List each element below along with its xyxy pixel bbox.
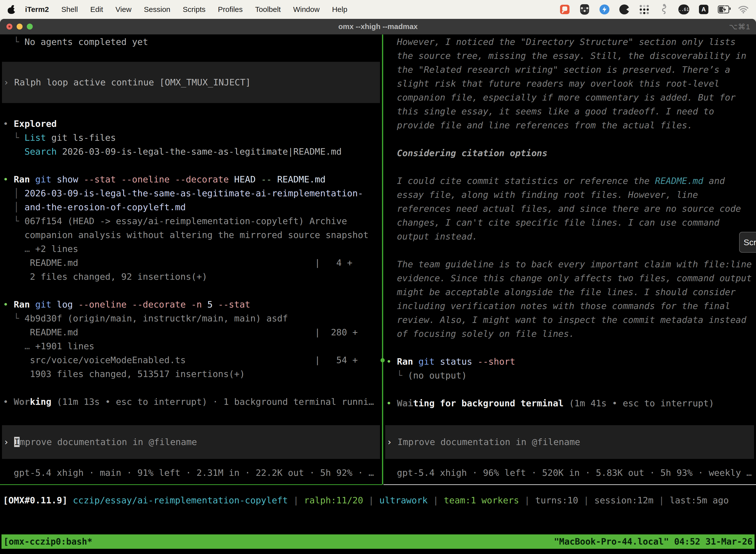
privacy-shield-icon-part (586, 7, 588, 9)
menu-status-icons: ..61A (559, 4, 756, 15)
terminal-line: › Ralph loop active continue [OMX_TMUX_I… (3, 75, 251, 89)
terminal-line: provide file and line references from th… (386, 118, 756, 132)
text-segment: | (519, 495, 535, 505)
menu-item-session[interactable]: Session (138, 5, 177, 13)
omx-status-line: [OMX#0.11.9] cczip/essay/ai-reimplementa… (3, 493, 729, 507)
app-grid-icon-part (640, 8, 642, 11)
terminal-line: output instead. (386, 230, 756, 243)
hook-glyph-icon[interactable] (658, 4, 670, 15)
screenshot-app-icon-part (562, 6, 567, 11)
menu-item-scripts[interactable]: Scripts (177, 5, 212, 13)
apple-logo-icon[interactable] (7, 5, 15, 14)
text-segment: │ (3, 202, 24, 212)
text-segment: src/voice/voiceModeEnabled.ts (30, 355, 186, 365)
terminal-line: including verification notes with those … (386, 299, 756, 313)
text-segment (3, 230, 24, 240)
terminal-line: • Waiting for background terminal (1m 41… (386, 396, 756, 410)
terminal-line: • Ran git show --stat --oneline --decora… (3, 172, 382, 186)
hook-glyph-icon-part (663, 5, 666, 14)
tmux-status-bar: [omx-cczip0:bash* "MacBook-Pro-44.local"… (1, 535, 755, 549)
text-segment: | (653, 495, 670, 505)
battery-charging-icon[interactable] (718, 4, 729, 15)
privacy-shield-icon[interactable] (579, 4, 590, 15)
terminal-line: └ No agents completed yet (3, 35, 382, 49)
text-segment: including verification notes with those … (386, 301, 730, 311)
minimize-button[interactable] (17, 23, 22, 30)
left-prompt-input[interactable]: › Improve documentation in @filename (2, 425, 380, 459)
text-segment: └ (3, 37, 24, 47)
menu-item-toolbelt[interactable]: Toolbelt (249, 5, 287, 13)
text-segment: --stat (212, 299, 250, 310)
text-segment (78, 258, 315, 268)
blank-line (3, 159, 382, 172)
pane-bottom-border (0, 484, 756, 485)
terminal-line: 2 files changed, 92 insertions(+) (3, 270, 382, 284)
menu-item-edit[interactable]: Edit (84, 5, 109, 13)
modified-indicator-dot (8, 25, 10, 27)
blank-line (386, 341, 756, 355)
media-circle-icon-part (619, 4, 629, 14)
tmux-session-label[interactable]: [omx-cczip0:bash* (3, 537, 92, 547)
app-grid-icon[interactable] (638, 4, 650, 15)
text-segment: └ (3, 216, 24, 226)
blank-line (3, 284, 382, 297)
pane-left: └ No agents completed yet› Ralph loop ac… (0, 35, 382, 484)
battery-charging-icon-part (718, 5, 729, 13)
text-segment: HEAD (229, 174, 255, 184)
text-segment: • (3, 397, 14, 407)
text-segment: › (387, 437, 397, 447)
pane-right: However, I noticed the "Directory Struct… (383, 35, 756, 484)
input-source-icon[interactable]: A (698, 4, 709, 15)
zoom-button[interactable] (27, 23, 33, 30)
pane-status-line: gpt-5.4 xhigh · main · 91% left · 2.31M … (3, 466, 382, 480)
text-segment: +1901 lines (30, 341, 94, 351)
text-segment: … (24, 244, 30, 254)
terminal-line: references need actual files, and since … (386, 202, 756, 216)
text-segment (3, 467, 14, 478)
menu-item-shell[interactable]: Shell (55, 5, 84, 13)
blue-bolt-badge-icon-part (600, 4, 610, 14)
privacy-shield-icon-part (584, 7, 586, 9)
text-segment (3, 341, 24, 351)
terminal-line: companion file, especially if more comme… (386, 91, 756, 105)
terminal-line: the source tree, missing the essay. Stil… (386, 49, 756, 63)
menu-item-help[interactable]: Help (326, 5, 354, 13)
media-circle-icon[interactable] (619, 4, 630, 15)
iterm-window: omx --xhigh --madmax ⌥⌘1 └ No agents com… (0, 19, 756, 554)
text-segment: Ralph loop active continue [OMX_TMUX_INJ… (14, 77, 251, 88)
wifi-icon-part (740, 9, 746, 10)
text-segment (386, 467, 397, 478)
text-segment: git (413, 356, 435, 367)
window-title: omx --xhigh --madmax (338, 22, 418, 31)
text-segment: Improve documentation in @filename (397, 437, 580, 447)
wifi-icon[interactable] (738, 4, 749, 15)
right-prompt-input[interactable]: › Improve documentation in @filename (385, 425, 754, 459)
text-segment: … (24, 341, 30, 351)
menu-item-window[interactable]: Window (287, 5, 326, 13)
text-segment: Ran (14, 174, 30, 184)
terminal-line: changes, I can't cite specific file line… (386, 216, 756, 230)
menu-item-iterm2[interactable]: iTerm2 (19, 5, 55, 13)
text-segment: gpt-5.4 xhigh · main · 91% left · 2.31M … (14, 467, 374, 478)
screen-share-chip[interactable]: Scre (739, 232, 756, 253)
close-button[interactable] (6, 23, 12, 30)
blue-bolt-badge-icon[interactable] (599, 4, 610, 15)
input-source-icon-part: A (699, 5, 708, 14)
text-segment: evidence. Since this change only affects… (386, 273, 752, 283)
text-segment: and-the-erosion-of-copyleft.md (24, 202, 186, 212)
terminal-line: … +1901 lines (3, 339, 382, 353)
text-segment: and (703, 176, 725, 186)
app-grid-icon-part (647, 8, 649, 11)
text-segment: mprove documentation in @filename (19, 437, 197, 447)
text-segment: • (386, 398, 397, 408)
text-segment: the source tree, missing the essay. Stil… (386, 51, 746, 61)
screenshot-app-icon-part (562, 11, 565, 13)
menu-item-view[interactable]: View (109, 5, 138, 13)
screenshot-app-icon[interactable] (559, 4, 570, 15)
text-segment: Considering citation options (386, 148, 548, 158)
text-segment: └ (3, 132, 24, 143)
privacy-shield-icon-part (581, 7, 583, 9)
battery-percent-badge-icon[interactable]: ..61 (678, 4, 690, 15)
titlebar[interactable]: omx --xhigh --madmax ⌥⌘1 (0, 19, 756, 35)
menu-item-profiles[interactable]: Profiles (211, 5, 249, 13)
